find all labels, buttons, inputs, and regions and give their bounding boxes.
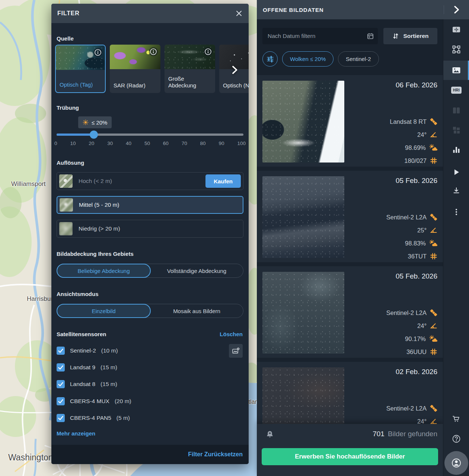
source-card-sar[interactable]: SAR (Radar)	[110, 45, 160, 93]
notification-bell-icon[interactable]	[265, 430, 275, 440]
result-thumbnail[interactable]	[262, 272, 344, 354]
cart-button[interactable]	[443, 411, 469, 427]
check-icon	[57, 381, 64, 387]
satellite-icon	[430, 213, 437, 221]
sun-elevation-icon	[430, 322, 437, 329]
close-icon[interactable]	[235, 10, 243, 17]
checkbox-checked[interactable]	[57, 347, 65, 355]
resolution-option-medium[interactable]: Mittel (5 - 20 m)	[57, 196, 243, 214]
map-label-williamsport: Williamsport	[11, 180, 46, 188]
info-icon[interactable]	[203, 47, 213, 57]
coverage-any-option[interactable]: Beliebige Abdeckung	[57, 264, 151, 278]
result-tile: 180/027	[404, 157, 427, 164]
source-scroll-right-icon[interactable]	[229, 65, 240, 75]
sensor-resolution: (20 m)	[115, 398, 131, 405]
tick: 90	[219, 141, 224, 146]
cloudiness-badge: ≤ 20%	[78, 116, 112, 128]
image-settings-button[interactable]	[229, 344, 243, 358]
more-options-button[interactable]	[443, 204, 469, 220]
result-clear-percent: 90.17%	[405, 335, 426, 342]
resolution-option-low[interactable]: Niedrig (> 20 m)	[57, 220, 243, 238]
grid-icon	[430, 348, 437, 356]
filter-settings-chip[interactable]	[262, 51, 278, 67]
coverage-section-label: Bildabdeckung Ihres Gebiets	[57, 251, 134, 257]
result-clear-row: 90.17%	[405, 334, 437, 343]
analytics-button[interactable]	[443, 142, 469, 158]
help-button[interactable]	[443, 431, 469, 447]
check-icon	[57, 415, 64, 421]
buy-highres-button[interactable]: Erwerben Sie hochauflösende Bilder	[262, 448, 438, 465]
result-angle-row: 24°	[417, 321, 437, 330]
tick: 40	[126, 141, 131, 146]
collapse-panel-icon[interactable]	[452, 5, 461, 15]
sensor-row-landsat9: Landsat 9 (15 m)	[57, 363, 117, 372]
sensor-row-cbers4mux: CBERS-4 MUX (20 m)	[57, 397, 131, 406]
check-icon	[57, 347, 64, 354]
source-card-label: Große Abdeckung	[168, 75, 213, 90]
sensor-name: CBERS-4 MUX	[70, 398, 109, 405]
cloudiness-slider[interactable]	[57, 134, 243, 136]
resolution-option-high[interactable]: Hoch (< 2 m) Kaufen	[57, 172, 243, 190]
compare-split-button[interactable]	[443, 22, 469, 38]
sensors-clear-link[interactable]: Löschen	[220, 331, 243, 337]
checkbox-checked[interactable]	[57, 363, 65, 372]
cloudiness-section-label: Trübung	[57, 104, 79, 111]
date-filter-input[interactable]	[262, 28, 378, 44]
result-thumbnail[interactable]	[262, 81, 344, 163]
sun-elevation-icon	[430, 226, 437, 234]
result-date: 02 Feb. 2026	[396, 368, 437, 376]
filter-reset-link[interactable]: Filter Zurücksetzen	[188, 451, 243, 458]
info-icon[interactable]	[93, 48, 103, 57]
sensor-filter-chip[interactable]: Sentinel-2	[338, 51, 379, 67]
source-card-wide-coverage[interactable]: Große Abdeckung	[165, 45, 215, 93]
viewmode-section-label: Ansichtsmodus	[57, 291, 99, 297]
result-thumbnail[interactable]	[262, 176, 344, 258]
hri-button[interactable]: HRI	[443, 82, 469, 98]
result-clear-percent: 98.83%	[405, 240, 426, 247]
area-select-button[interactable]	[443, 41, 469, 58]
user-account-button[interactable]	[444, 451, 468, 475]
download-button[interactable]	[443, 183, 469, 199]
sensor-resolution: (5 m)	[117, 415, 130, 421]
result-card[interactable]: 05 Feb. 2026 Sentinel-2 L2A 25° 98.83% 3…	[257, 171, 443, 262]
cloud-filter-chip[interactable]: Wolken ≤ 20%	[282, 51, 334, 67]
sun-elevation-icon	[430, 131, 437, 138]
viewmode-toggle: Einzelbild Mosaik aus Bildern	[57, 304, 243, 318]
result-clear-row: 98.69%	[405, 143, 437, 152]
resolution-thumbnail	[59, 222, 73, 235]
checkbox-checked[interactable]	[57, 380, 65, 388]
result-card[interactable]: 05 Feb. 2026 Sentinel-2 L2A 24° 90.17% 3…	[257, 266, 443, 358]
viewmode-mosaic-option[interactable]: Mosaik aus Bildern	[150, 304, 243, 318]
coverage-full-option[interactable]: Vollständige Abdeckung	[150, 264, 243, 277]
cloudiness-slider-fill	[57, 134, 94, 136]
check-icon	[57, 398, 64, 405]
resolution-option-label: Niedrig (> 20 m)	[79, 225, 120, 232]
buy-button[interactable]: Kaufen	[205, 174, 241, 188]
result-sensor: Sentinel-2 L2A	[386, 214, 427, 221]
calendar-icon[interactable]	[367, 32, 374, 40]
sensor-resolution: (15 m)	[100, 381, 117, 387]
timelapse-button[interactable]	[443, 164, 469, 180]
imagery-button[interactable]	[443, 62, 469, 78]
source-card-optical-day[interactable]: Optisch (Tag)	[55, 45, 106, 93]
sensors-show-more-link[interactable]: Mehr anzeigen	[57, 430, 95, 437]
compare-library-button-disabled	[443, 102, 469, 119]
result-clear-row: 98.83%	[405, 239, 437, 248]
cloudiness-slider-knob[interactable]	[90, 131, 98, 139]
tick: 50	[144, 141, 150, 146]
coverage-toggle: Beliebige Abdeckung Vollständige Abdecku…	[57, 264, 243, 278]
result-angle-row: 25°	[417, 226, 437, 235]
sort-button[interactable]: Sortieren	[383, 28, 437, 44]
grid-icon	[430, 157, 437, 164]
result-card[interactable]: 06 Feb. 2026 Landsat 8 RT 24° 98.69% 180…	[257, 75, 443, 167]
info-icon[interactable]	[149, 47, 158, 57]
checkbox-checked[interactable]	[57, 414, 65, 422]
kebab-menu-icon	[452, 208, 461, 216]
sort-button-label: Sortieren	[403, 33, 428, 39]
play-icon	[452, 168, 461, 177]
viewmode-single-option[interactable]: Einzelbild	[57, 304, 151, 318]
result-clear-percent: 98.69%	[405, 144, 426, 151]
results-title: OFFENE BILDDATEN	[263, 7, 323, 13]
tick: 30	[107, 141, 113, 146]
checkbox-checked[interactable]	[57, 397, 65, 405]
